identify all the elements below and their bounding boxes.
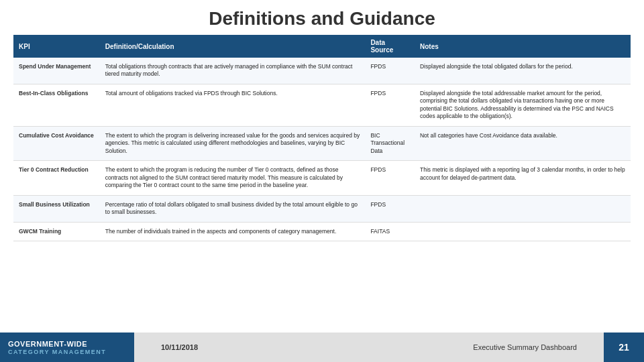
cell-definition: Total obligations through contracts that…: [100, 58, 366, 84]
cell-kpi: Spend Under Management: [13, 58, 100, 84]
cell-definition: Total amount of obligations tracked via …: [100, 84, 366, 126]
cell-source: FPDS: [365, 84, 415, 126]
footer-date: 10/11/2018: [161, 343, 198, 351]
cell-notes: Not all categories have Cost Avoidance d…: [415, 126, 631, 160]
table-row: Spend Under ManagementTotal obligations …: [13, 58, 631, 84]
footer-page-number: 21: [604, 333, 644, 362]
cell-kpi: Small Business Utilization: [13, 195, 100, 222]
cell-kpi: Cumulative Cost Avoidance: [13, 126, 100, 160]
col-header-source: Data Source: [365, 35, 415, 58]
table-row: Tier 0 Contract ReductionThe extent to w…: [13, 161, 631, 195]
gov-title-line1: GOVERNMENT-WIDE: [8, 339, 126, 349]
cell-kpi: GWCM Training: [13, 222, 100, 241]
gov-title-line2: CATEGORY MANAGEMENT: [8, 349, 126, 355]
definitions-table-container: KPI Definition/Calculation Data Source N…: [0, 35, 644, 241]
cell-kpi: Tier 0 Contract Reduction: [13, 161, 100, 195]
cell-notes: Displayed alongside the total obligated …: [415, 58, 631, 84]
table-row: Best-In-Class ObligationsTotal amount of…: [13, 84, 631, 126]
table-row: Cumulative Cost AvoidanceThe extent to w…: [13, 126, 631, 160]
footer-logo: GOVERNMENT-WIDE CATEGORY MANAGEMENT: [0, 333, 134, 362]
cell-kpi: Best-In-Class Obligations: [13, 84, 100, 126]
cell-notes: This metric is displayed with a reportin…: [415, 161, 631, 195]
cell-definition: The extent to which the program is reduc…: [100, 161, 366, 195]
cell-notes: [415, 222, 631, 241]
cell-notes: Displayed alongside the total addressabl…: [415, 84, 631, 126]
col-header-notes: Notes: [415, 35, 631, 58]
cell-notes: [415, 195, 631, 222]
footer-page-title: Executive Summary Dashboard: [473, 343, 577, 351]
col-header-kpi: KPI: [13, 35, 100, 58]
cell-source: FPDS: [365, 195, 415, 222]
footer: GOVERNMENT-WIDE CATEGORY MANAGEMENT 10/1…: [0, 333, 644, 362]
cell-source: FAITAS: [365, 222, 415, 241]
cell-source: FPDS: [365, 58, 415, 84]
col-header-definition: Definition/Calculation: [100, 35, 366, 58]
cell-definition: Percentage ratio of total dollars obliga…: [100, 195, 366, 222]
page-number: 21: [619, 342, 629, 353]
definitions-table: KPI Definition/Calculation Data Source N…: [13, 35, 631, 241]
table-row: GWCM TrainingThe number of individuals t…: [13, 222, 631, 241]
footer-center: 10/11/2018 Executive Summary Dashboard: [134, 333, 604, 362]
cell-source: BIC Transactional Data: [365, 126, 415, 160]
page-title: Definitions and Guidance: [0, 0, 644, 35]
cell-definition: The number of individuals trained in the…: [100, 222, 366, 241]
table-row: Small Business UtilizationPercentage rat…: [13, 195, 631, 222]
cell-source: FPDS: [365, 161, 415, 195]
cell-definition: The extent to which the program is deliv…: [100, 126, 366, 160]
